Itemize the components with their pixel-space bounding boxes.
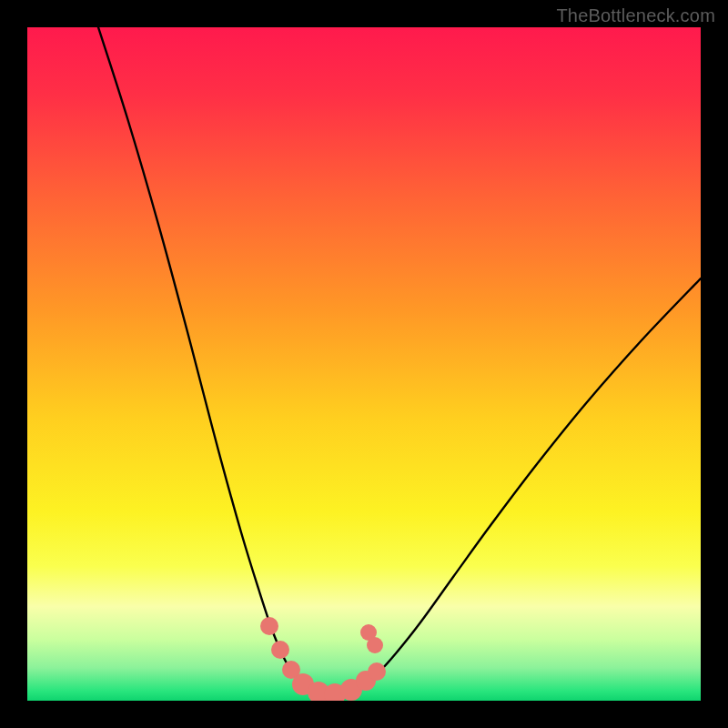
- watermark-text: TheBottleneck.com: [556, 5, 715, 26]
- marker-dot: [367, 637, 383, 653]
- left-curve: [98, 27, 328, 694]
- plot-area: [27, 27, 701, 701]
- marker-dot: [368, 662, 386, 681]
- markers: [260, 617, 386, 701]
- chart-curves: [27, 27, 701, 701]
- chart-frame: TheBottleneck.com: [0, 0, 728, 728]
- marker-dot: [260, 617, 278, 635]
- marker-dot: [271, 641, 289, 659]
- right-curve: [328, 278, 701, 694]
